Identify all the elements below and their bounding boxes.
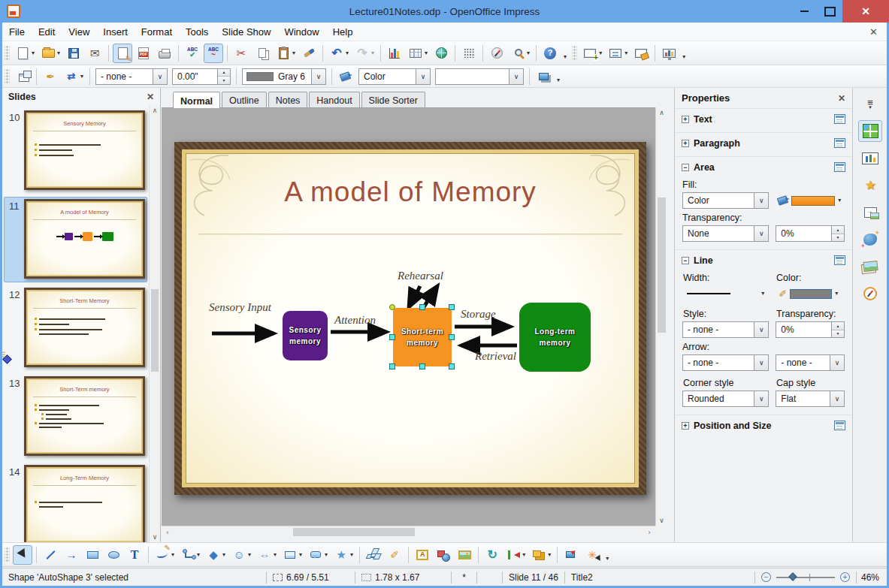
menu-view[interactable]: View <box>62 23 96 41</box>
collapse-icon[interactable]: − <box>682 164 689 171</box>
scrollbar-thumb[interactable] <box>293 528 415 536</box>
sidebar-tab-properties[interactable] <box>858 120 882 142</box>
new-slide-button[interactable]: ▾ <box>580 44 604 63</box>
arrow-style-button[interactable]: ⇄▾ <box>62 67 86 86</box>
curve-tool-button[interactable]: ▾ <box>153 545 177 565</box>
transparency-spinner[interactable]: 0% ▲▼ <box>776 225 845 242</box>
insert-table-button[interactable]: ▾ <box>406 44 430 63</box>
expand-icon[interactable]: + <box>682 116 689 123</box>
section-possize-label[interactable]: Position and Size <box>694 421 772 431</box>
ellipse-tool-button[interactable] <box>104 545 123 565</box>
position-size-button[interactable] <box>13 67 32 86</box>
dropdown-button[interactable]: ∨ <box>754 226 768 241</box>
slide-layout-button[interactable]: ▾ <box>606 44 630 63</box>
edit-points-button[interactable] <box>364 545 383 565</box>
interaction-button[interactable] <box>561 545 581 565</box>
box-sensory-memory[interactable]: Sensory memory <box>283 311 328 360</box>
scrollbar-thumb[interactable] <box>658 198 666 333</box>
sidebar-menu-button[interactable]: ≡▾ <box>858 93 882 115</box>
dropdown-button[interactable]: ∨ <box>754 391 768 406</box>
properties-close-icon[interactable]: ✕ <box>838 93 845 104</box>
autospellcheck-button[interactable]: ABC~ <box>204 44 223 63</box>
glue-points-button[interactable]: ✐ <box>385 545 404 565</box>
insert-chart-button[interactable] <box>385 44 404 63</box>
dialog-launcher-icon[interactable] <box>834 255 845 265</box>
section-area-label[interactable]: Area <box>694 162 715 173</box>
tab-notes[interactable]: Notes <box>268 92 308 107</box>
dropdown-button[interactable]: ∨ <box>830 355 844 370</box>
slides-scrollbar[interactable]: ∧ ∨ <box>149 105 160 542</box>
slide-thumbnail-12[interactable]: 12 Short-Term Memory <box>4 285 147 371</box>
minimize-button[interactable] <box>791 0 817 23</box>
toolbar-grip[interactable] <box>572 45 577 61</box>
label-sensory-input[interactable]: Sensory Input <box>209 301 271 314</box>
line-width-dropdown[interactable]: ▾ <box>682 285 769 302</box>
zoom-button[interactable]: ▾ <box>508 44 532 63</box>
fill-type-select[interactable]: Color ∨ <box>358 68 431 85</box>
dialog-launcher-icon[interactable] <box>834 138 845 148</box>
menu-help[interactable]: Help <box>326 23 360 41</box>
slide-thumbnail-14[interactable]: 14 Long-Term Memory <box>4 463 147 542</box>
toolbar-overflow[interactable]: ▾ <box>564 53 567 60</box>
shadow-button[interactable] <box>534 67 553 86</box>
transparency-type-select[interactable]: None ∨ <box>682 225 769 242</box>
open-button[interactable]: ▾ <box>38 44 62 63</box>
selection-handle[interactable] <box>449 363 455 369</box>
tab-handout[interactable]: Handout <box>309 92 359 107</box>
fill-color-select[interactable]: ∨ <box>435 68 524 85</box>
line-width-spinner[interactable]: 0.00" ▲▼ <box>172 68 231 85</box>
spinner-buttons[interactable]: ▲▼ <box>831 226 844 241</box>
fill-color-dropdown[interactable]: ▾ <box>776 192 845 209</box>
stars-button[interactable]: ★▾ <box>331 545 355 565</box>
new-document-button[interactable]: ▾ <box>13 44 37 63</box>
symbol-shapes-button[interactable]: ☺▾ <box>229 545 253 565</box>
start-presentation-button[interactable] <box>659 44 679 63</box>
toolbar-grip[interactable] <box>5 547 10 562</box>
print-button[interactable] <box>155 44 174 63</box>
selection-handle[interactable] <box>419 363 425 369</box>
line-color-select[interactable]: Gray 6 ∨ <box>242 68 326 85</box>
menu-insert[interactable]: Insert <box>96 23 135 41</box>
animation-effects-button[interactable]: ✳ <box>582 545 602 565</box>
arrow-start-select[interactable]: - none - ∨ <box>682 354 769 371</box>
insert-picture-button[interactable] <box>455 545 474 565</box>
spinner-buttons[interactable]: ▲▼ <box>217 69 230 84</box>
sidebar-tab-navigator[interactable] <box>858 282 882 304</box>
box-short-term-memory-selected[interactable]: Short-term memory <box>393 308 452 366</box>
zoom-in-icon[interactable]: + <box>840 572 850 582</box>
edit-mode-button[interactable] <box>113 44 132 63</box>
to-3d-button[interactable] <box>434 545 453 565</box>
arrow-end-select[interactable]: - none - ∨ <box>776 354 845 371</box>
corner-style-select[interactable]: Rounded ∨ <box>682 390 769 407</box>
sidebar-tab-gallery[interactable] <box>858 255 882 277</box>
line-tool-button[interactable] <box>41 545 60 565</box>
scroll-right-icon[interactable]: › <box>643 529 655 536</box>
spinner-buttons[interactable]: ▲▼ <box>831 322 844 337</box>
label-rehearsal[interactable]: Rehearsal <box>398 270 443 282</box>
toolbar-overflow[interactable]: ▾ <box>606 555 609 562</box>
selection-handle[interactable] <box>419 304 425 310</box>
expand-icon[interactable]: + <box>682 422 689 430</box>
canvas-vertical-scrollbar[interactable]: ∧ ∨ <box>655 107 667 526</box>
sidebar-tab-slide-transition[interactable] <box>858 147 882 169</box>
help-button[interactable]: ? <box>540 44 560 63</box>
label-retrieval[interactable]: Retrieval <box>475 350 516 363</box>
display-grid-button[interactable] <box>459 44 479 63</box>
menu-slideshow[interactable]: Slide Show <box>215 23 277 41</box>
slide[interactable]: A model of Memory Sensory Inp <box>174 142 646 495</box>
slide-thumbnail-11-selected[interactable]: 11 A model of Memory <box>4 197 147 282</box>
scroll-up-icon[interactable]: ∧ <box>659 107 664 118</box>
label-storage[interactable]: Storage <box>461 308 496 321</box>
text-tool-button[interactable]: T <box>125 545 144 565</box>
line-color-dropdown[interactable]: ✐ ▾ <box>776 285 845 302</box>
sidebar-tab-master-pages[interactable] <box>858 201 882 223</box>
cap-style-select[interactable]: Flat ∨ <box>776 390 845 407</box>
status-size[interactable]: 1.78 x 1.67 <box>355 571 452 583</box>
toolbar-grip[interactable] <box>5 69 10 83</box>
redo-button[interactable]: ↷▾ <box>352 44 376 63</box>
dropdown-button[interactable]: ∨ <box>311 69 325 84</box>
rectangle-tool-button[interactable] <box>83 545 102 565</box>
scrollbar-thumb[interactable] <box>151 289 159 372</box>
block-arrows-button[interactable]: ⇔▾ <box>255 545 279 565</box>
dropdown-button[interactable]: ∨ <box>754 355 768 370</box>
